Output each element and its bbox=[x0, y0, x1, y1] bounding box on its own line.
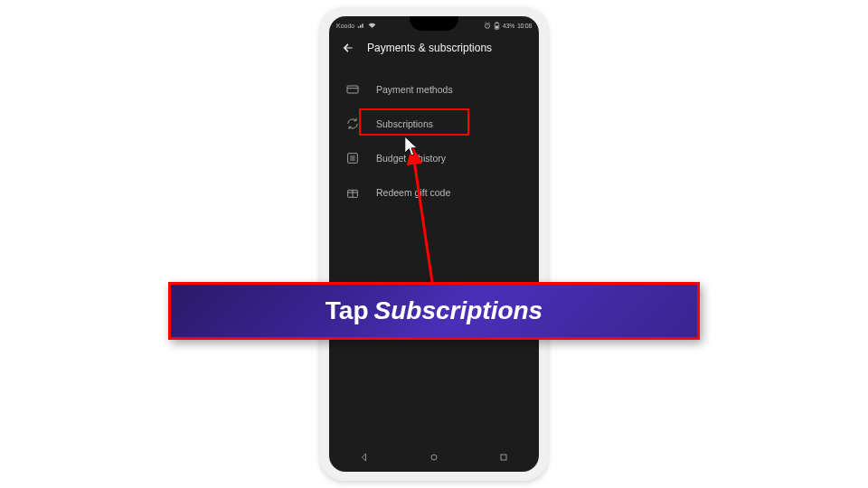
signal-icon bbox=[357, 23, 365, 29]
page-header: Payments & subscriptions bbox=[329, 33, 539, 67]
back-icon[interactable] bbox=[342, 42, 354, 54]
svg-rect-2 bbox=[495, 22, 497, 23]
menu-label: Payment methods bbox=[376, 84, 453, 95]
status-right: 43% 10:08 bbox=[484, 22, 532, 30]
nav-recent-icon[interactable] bbox=[498, 450, 509, 466]
phone-notch bbox=[410, 16, 458, 31]
menu-list: Payment methods Subscriptions Budget & h… bbox=[329, 67, 539, 215]
menu-item-payment-methods[interactable]: Payment methods bbox=[329, 72, 539, 107]
battery-icon bbox=[494, 22, 500, 30]
android-nav-bar bbox=[329, 445, 539, 472]
phone-frame: Koodo 43% 10:08 Payments & subscriptions bbox=[320, 7, 548, 481]
gift-icon bbox=[345, 185, 360, 200]
battery-label: 43% bbox=[503, 23, 514, 29]
nav-home-icon[interactable] bbox=[429, 450, 439, 466]
carrier-label: Koodo bbox=[336, 23, 354, 29]
refresh-icon bbox=[345, 117, 360, 131]
phone-screen: Koodo 43% 10:08 Payments & subscriptions bbox=[329, 16, 539, 472]
cursor-icon bbox=[403, 135, 420, 158]
svg-rect-3 bbox=[495, 25, 498, 28]
svg-rect-14 bbox=[501, 455, 506, 460]
nav-back-icon[interactable] bbox=[359, 450, 370, 466]
list-icon bbox=[345, 151, 360, 165]
alarm-icon bbox=[484, 22, 491, 29]
callout-target: Subscriptions bbox=[374, 296, 543, 325]
menu-label: Subscriptions bbox=[376, 118, 433, 129]
wifi-icon bbox=[368, 23, 376, 29]
callout-prefix: Tap bbox=[326, 296, 369, 325]
page-title: Payments & subscriptions bbox=[367, 42, 492, 54]
card-icon bbox=[345, 82, 360, 97]
annotation-callout-banner: Tap Subscriptions bbox=[168, 282, 700, 340]
menu-item-subscriptions[interactable]: Subscriptions bbox=[329, 107, 539, 141]
menu-item-budget-history[interactable]: Budget & history bbox=[329, 141, 539, 175]
menu-label: Redeem gift code bbox=[376, 187, 450, 198]
svg-point-13 bbox=[431, 455, 437, 460]
menu-item-redeem-gift[interactable]: Redeem gift code bbox=[329, 175, 539, 210]
status-left: Koodo bbox=[336, 23, 376, 29]
time-label: 10:08 bbox=[517, 23, 532, 29]
svg-rect-4 bbox=[347, 86, 358, 93]
